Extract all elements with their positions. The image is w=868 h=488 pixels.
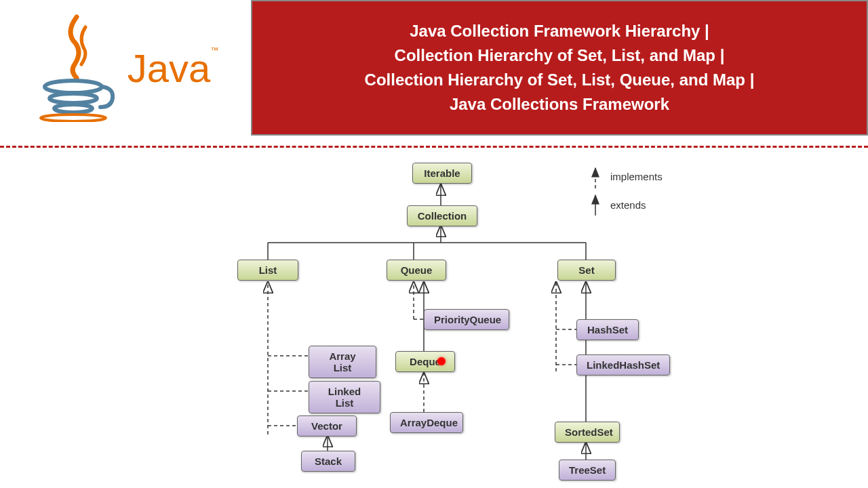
- legend-extends: extends: [610, 199, 646, 211]
- node-arraydeque: ArrayDeque: [390, 412, 463, 433]
- node-arraylist: Array List: [309, 346, 376, 378]
- node-linkedhashset: LinkedHashSet: [576, 354, 670, 375]
- cursor-indicator-icon: [437, 357, 446, 365]
- node-iterable: Iterable: [412, 163, 472, 184]
- svg-point-3: [41, 115, 106, 121]
- node-vector: Vector: [297, 415, 357, 436]
- node-queue: Queue: [387, 260, 446, 281]
- title-line-1: Java Collection Framework Hierarchy |: [410, 19, 709, 43]
- title-line-4: Java Collections Framework: [450, 92, 669, 117]
- java-logo-icon: [33, 14, 121, 122]
- node-sortedset: SortedSet: [555, 422, 620, 443]
- hierarchy-diagram: Iterable Collection List Queue Set Array…: [0, 155, 868, 480]
- node-deque: Deque: [395, 351, 455, 372]
- logo-section: Java™: [0, 0, 251, 136]
- title-line-3: Collection Hierarchy of Set, List, Queue…: [365, 68, 755, 92]
- svg-point-2: [54, 104, 92, 113]
- node-collection: Collection: [407, 205, 477, 226]
- divider: [0, 146, 868, 148]
- header: Java™ Java Collection Framework Hierarch…: [0, 0, 868, 136]
- node-priorityqueue: PriorityQueue: [424, 309, 509, 330]
- java-logo-text: Java™: [127, 45, 219, 91]
- node-set: Set: [557, 260, 616, 281]
- svg-point-1: [50, 94, 97, 103]
- title-line-2: Collection Hierarchy of Set, List, and M…: [395, 43, 725, 68]
- svg-point-0: [45, 81, 102, 93]
- node-list: List: [237, 260, 298, 281]
- legend-implements: implements: [610, 171, 663, 182]
- node-hashset: HashSet: [576, 319, 639, 340]
- node-linkedlist: Linked List: [309, 381, 380, 413]
- node-stack: Stack: [301, 451, 355, 472]
- node-treeset: TreeSet: [559, 460, 616, 481]
- title-banner: Java Collection Framework Hierarchy | Co…: [251, 0, 868, 136]
